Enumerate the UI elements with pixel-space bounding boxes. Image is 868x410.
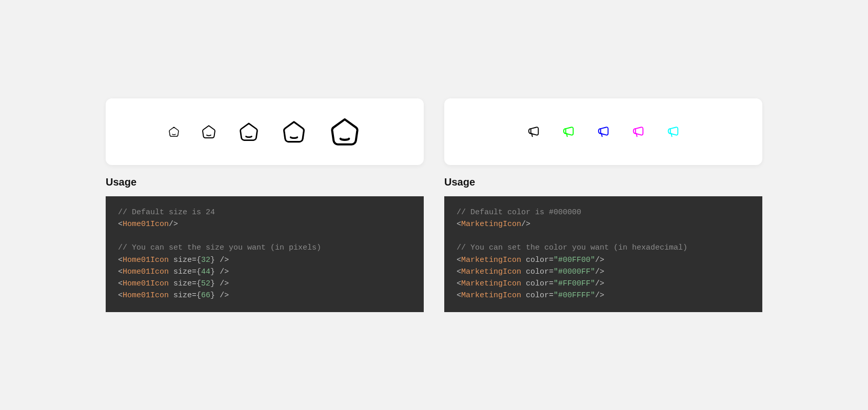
home-icon [328,115,362,149]
marketing-icon [561,125,576,139]
color-preview-card [444,98,762,165]
size-preview-card [106,98,424,165]
size-code-block: // Default size is 24 <Home01Icon/> // Y… [106,196,424,312]
home-icon [281,118,307,145]
home-icon [168,126,180,138]
size-example-column: Usage // Default size is 24 <Home01Icon/… [106,98,424,312]
doc-container: Usage // Default size is 24 <Home01Icon/… [106,98,762,312]
home-icon [201,124,217,140]
color-code-block: // Default color is #000000 <MarketingIc… [444,196,762,312]
usage-heading: Usage [106,176,424,188]
color-example-column: Usage // Default color is #000000 <Marke… [444,98,762,312]
marketing-icon [631,125,645,139]
usage-heading: Usage [444,176,762,188]
home-icon [238,120,260,143]
marketing-icon [666,125,680,139]
marketing-icon [596,125,610,139]
marketing-icon [526,125,541,139]
